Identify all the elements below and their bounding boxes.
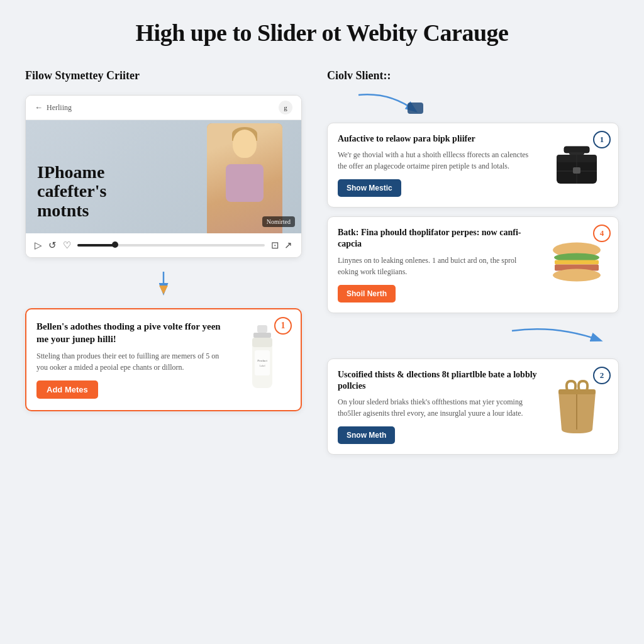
featured-card-content: Bellen's adothes thoding a pive volte ff… (36, 321, 225, 399)
tote-bag-svg (553, 378, 601, 435)
video-text-line3: motnts (37, 201, 106, 221)
svg-text:Product: Product (257, 359, 267, 362)
svg-marker-2 (159, 286, 168, 294)
curved-arrow-icon (352, 89, 428, 120)
curved-arrow-2 (327, 325, 619, 350)
video-header-text: Herliing (47, 103, 72, 113)
heart-button[interactable]: ♡ (63, 240, 71, 251)
save-button[interactable]: ⊡ (271, 240, 279, 251)
video-badge: g (279, 101, 292, 114)
page-title: High upe to Slider ot Webity Carauge (25, 19, 619, 47)
svg-rect-15 (569, 152, 584, 155)
control-right-icons: ⊡ ↗ (271, 240, 292, 251)
progress-fill (77, 244, 115, 247)
product-card-3-content: Uscoified thists & dlections 8t pliartlb… (338, 369, 538, 444)
product-card-1: Aufactive to relaow para bipk pliifer We… (327, 123, 619, 208)
progress-dot (112, 242, 118, 248)
sandwich-svg (548, 241, 605, 288)
product-card-1-button[interactable]: Show Mestic (338, 179, 401, 197)
svg-rect-25 (558, 389, 596, 394)
video-player-card: ← Herliing g IPhoame cafefter's motnts (25, 95, 302, 258)
briefcase-svg (552, 140, 602, 191)
video-text-line2: cafefter's (37, 182, 106, 201)
product-card-2: Batk: Fina phould thoplifator perpes: no… (327, 216, 619, 313)
curved-arrow-2-icon (506, 325, 606, 350)
curved-arrow-section (327, 89, 619, 120)
video-controls: ▷ ↺ ♡ ⊡ ↗ (26, 233, 301, 257)
progress-bar[interactable] (77, 244, 265, 247)
page-wrapper: High upe to Slider ot Webity Carauge Fil… (0, 0, 644, 644)
back-arrow-icon: ← (35, 103, 43, 113)
product-card-3-button[interactable]: Snow Meth (338, 426, 395, 444)
video-header: ← Herliing g (26, 96, 301, 120)
svg-rect-12 (564, 147, 589, 153)
right-section-label: Ciolv Slient:: (327, 69, 619, 82)
product-card-2-title: Batk: Fina phould thoplifator perpes: no… (338, 227, 538, 250)
video-big-text: IPhoame cafefter's motnts (37, 163, 106, 221)
arrow-down-section (25, 270, 302, 296)
product-card-2-button[interactable]: Shoil Nerth (338, 285, 396, 303)
svg-rect-21 (555, 260, 599, 265)
product-card-3: Uscoified thists & dlections 8t pliartlb… (327, 358, 619, 455)
video-nominted-badge: Nomirted (262, 216, 295, 227)
featured-card-button[interactable]: Add Metes (36, 380, 98, 399)
product-card-3-desc: On ylour slederd briaks thiek's offthest… (338, 396, 538, 419)
bottle-svg: Product Label (243, 325, 281, 394)
product-card-1-number: 1 (593, 131, 611, 148)
arrow-down-icon (148, 270, 179, 296)
repeat-button[interactable]: ↺ (48, 240, 57, 251)
svg-rect-11 (408, 103, 423, 114)
svg-point-23 (553, 269, 601, 282)
right-column: Ciolv Slient:: Aufactive to re (327, 69, 619, 455)
video-text-line1: IPhoame (37, 163, 106, 182)
product-card-3-title: Uscoified thists & dlections 8t pliartlb… (338, 369, 538, 392)
svg-text:Label: Label (259, 364, 265, 367)
product-card-2-content: Batk: Fina phould thoplifator perpes: no… (338, 227, 538, 302)
product-card-1-desc: We'r ge thovial with a hut a shoith elll… (338, 149, 538, 172)
svg-rect-18 (573, 167, 580, 174)
main-content: Filow Stymettey Criiter ← Herliing g IPh… (25, 69, 619, 455)
play-button[interactable]: ▷ (35, 240, 42, 251)
video-image-area: IPhoame cafefter's motnts Nomirted (26, 120, 301, 233)
featured-card-number: 1 (274, 317, 292, 335)
left-column: Filow Stymettey Criiter ← Herliing g IPh… (25, 69, 302, 411)
svg-rect-3 (257, 325, 267, 333)
svg-rect-6 (252, 338, 272, 347)
left-section-label: Filow Stymettey Criiter (25, 69, 302, 82)
featured-card: Bellen's adothes thoding a pive volte ff… (25, 308, 302, 411)
featured-card-title: Bellen's adothes thoding a pive volte ff… (36, 321, 225, 345)
featured-card-desc: Stteling than produes their eet to fuill… (36, 350, 225, 373)
product-card-1-content: Aufactive to relaow para bipk pliifer We… (338, 133, 538, 197)
share-button[interactable]: ↗ (284, 240, 292, 251)
product-card-1-title: Aufactive to relaow para bipk pliifer (338, 133, 538, 145)
person-shirt (226, 164, 264, 202)
svg-rect-4 (253, 333, 271, 338)
product-card-3-number: 2 (593, 367, 611, 384)
product-card-2-desc: Linynes on to leaking onlenes. 1 and bui… (338, 255, 538, 277)
product-card-2-number: 4 (593, 225, 611, 242)
svg-rect-7 (255, 350, 270, 375)
person-head (233, 130, 257, 158)
